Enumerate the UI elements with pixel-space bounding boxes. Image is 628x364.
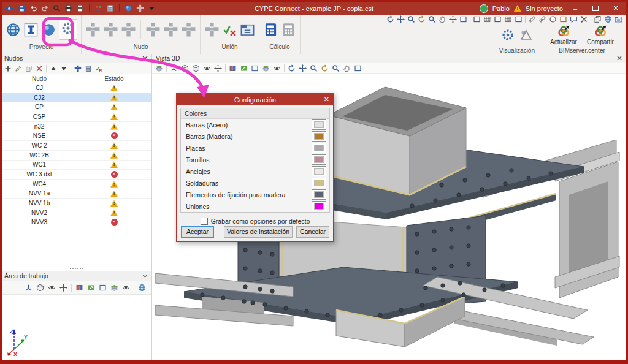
move-up-icon[interactable]	[50, 65, 57, 72]
web-icon[interactable]	[604, 15, 612, 23]
color-swatch-button[interactable]	[312, 131, 326, 142]
minimize-button[interactable]: –	[567, 5, 583, 12]
view-style-icon[interactable]	[519, 28, 533, 42]
workspace-3d-view[interactable]: Z Y X	[2, 295, 151, 360]
snap-icon[interactable]	[494, 15, 502, 23]
node-delete-icon[interactable]	[121, 22, 136, 37]
accept-button[interactable]: Aceptar	[181, 226, 214, 238]
materials-ribbon-icon[interactable]	[41, 22, 56, 37]
installation-values-button[interactable]: Valores de instalación	[224, 226, 293, 238]
check-node-icon[interactable]	[95, 65, 102, 72]
table-row[interactable]: WC 2B	[2, 151, 151, 161]
window-icon[interactable]	[99, 284, 107, 292]
close-panel-icon[interactable]	[142, 55, 148, 62]
union-node-icon[interactable]	[204, 22, 220, 37]
node-edit-icon[interactable]	[103, 22, 118, 37]
screen-icon[interactable]	[515, 15, 523, 23]
union-check-icon[interactable]	[222, 22, 237, 37]
zoom-fit-icon[interactable]	[397, 15, 405, 23]
palette-icon[interactable]	[94, 4, 102, 12]
table-row[interactable]: CSP	[2, 112, 151, 122]
color-swatch-button[interactable]	[312, 166, 326, 176]
collapse-panel-icon[interactable]	[132, 55, 139, 62]
table-row[interactable]: WC1	[2, 161, 151, 170]
undo-icon[interactable]	[29, 4, 37, 12]
node-generate-icon[interactable]	[181, 22, 196, 37]
app-logo-icon[interactable]	[3, 3, 15, 14]
layers-icon[interactable]	[110, 284, 118, 292]
maximize-button[interactable]	[588, 5, 603, 12]
cancel-button[interactable]: Cancelar	[296, 226, 329, 238]
user-name[interactable]: Pablo	[492, 5, 510, 12]
table-row[interactable]: CJ	[2, 83, 151, 93]
table-row[interactable]: WC 3 dxf	[2, 170, 151, 180]
clock-icon[interactable]	[549, 15, 557, 23]
select-screen-icon[interactable]	[459, 15, 467, 23]
general-data-icon[interactable]	[6, 22, 21, 37]
project-status[interactable]: Sin proyecto	[526, 5, 563, 12]
rotate-view-icon[interactable]	[386, 15, 394, 23]
connection-icon[interactable]	[136, 4, 144, 12]
shading-icon[interactable]	[87, 284, 95, 292]
pan-icon[interactable]	[438, 15, 446, 23]
calculator-icon[interactable]	[106, 4, 114, 12]
checkbox-label[interactable]: Grabar como opciones por defecto	[211, 218, 310, 225]
edit-node-icon[interactable]	[15, 65, 22, 72]
move-down-icon[interactable]	[60, 65, 67, 72]
pages-icon[interactable]	[594, 15, 602, 23]
panel-splitter[interactable]	[2, 266, 151, 271]
axis-icon[interactable]	[25, 284, 33, 292]
color-swatch-button[interactable]	[312, 178, 326, 188]
table-row[interactable]: WC4	[2, 180, 151, 189]
configuration-gear-icon[interactable]	[61, 21, 75, 36]
table-row[interactable]: WC 2	[2, 141, 151, 151]
tools-icon[interactable]	[580, 15, 588, 23]
column-header-nudo[interactable]: Nudo	[2, 74, 77, 83]
node-table-icon[interactable]	[163, 22, 178, 37]
print-preview-icon[interactable]	[76, 4, 84, 12]
dialog-titlebar[interactable]: Configuración ✕	[177, 94, 333, 105]
view-options-icon[interactable]	[501, 28, 515, 42]
comment-icon[interactable]	[570, 15, 578, 23]
visibility-icon[interactable]	[122, 284, 130, 292]
clip-planes-icon[interactable]	[75, 284, 83, 292]
orbit-icon[interactable]	[418, 15, 426, 23]
protractor-icon[interactable]	[538, 15, 546, 23]
add-node-icon[interactable]	[4, 65, 12, 72]
sections-icon[interactable]	[23, 22, 39, 37]
table-row[interactable]: CJ2	[2, 93, 151, 103]
eye-orbit-icon[interactable]	[48, 284, 56, 292]
delete-node-icon[interactable]	[36, 65, 43, 72]
ruler-icon[interactable]	[528, 15, 536, 23]
color-swatch-button[interactable]	[312, 201, 326, 211]
film-icon[interactable]	[504, 15, 512, 23]
column-header-estado[interactable]: Estado	[77, 74, 151, 83]
calendar-icon[interactable]	[559, 15, 567, 23]
close-button[interactable]: ✕	[608, 4, 624, 12]
table-row[interactable]: NVV3	[2, 218, 151, 228]
zoom-out-icon[interactable]	[407, 15, 415, 23]
cube-icon[interactable]	[36, 284, 44, 292]
gizmo-icon[interactable]	[59, 284, 67, 292]
zoom-window-icon[interactable]	[428, 15, 436, 23]
move-icon[interactable]	[449, 15, 457, 23]
more-commands-icon[interactable]	[148, 4, 156, 12]
grid-icon[interactable]	[483, 15, 491, 23]
color-swatch-button[interactable]	[312, 189, 326, 200]
frame-icon[interactable]	[473, 15, 481, 23]
search-icon[interactable]	[53, 4, 61, 12]
node-new-icon[interactable]	[85, 22, 101, 37]
save-icon[interactable]	[18, 4, 26, 12]
user-avatar-icon[interactable]	[480, 4, 488, 13]
color-swatch-button[interactable]	[312, 143, 326, 153]
bim-share-button[interactable]: Compartir	[582, 25, 619, 45]
union-library-icon[interactable]	[240, 22, 255, 37]
node-copy-icon[interactable]	[145, 22, 161, 37]
table-row[interactable]: NVV2	[2, 208, 151, 218]
calculate-icon[interactable]	[263, 22, 278, 37]
redo-icon[interactable]	[41, 4, 49, 12]
default-options-checkbox[interactable]	[201, 218, 208, 225]
table-row[interactable]: CP	[2, 102, 151, 112]
color-swatch-button[interactable]	[312, 154, 326, 165]
import-node-icon[interactable]	[74, 65, 82, 72]
